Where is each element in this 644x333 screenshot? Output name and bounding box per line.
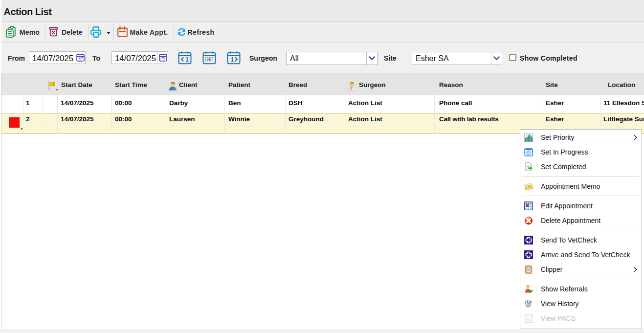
svg-text:1: 1 bbox=[185, 56, 189, 63]
svg-text:1: 1 bbox=[231, 56, 234, 63]
